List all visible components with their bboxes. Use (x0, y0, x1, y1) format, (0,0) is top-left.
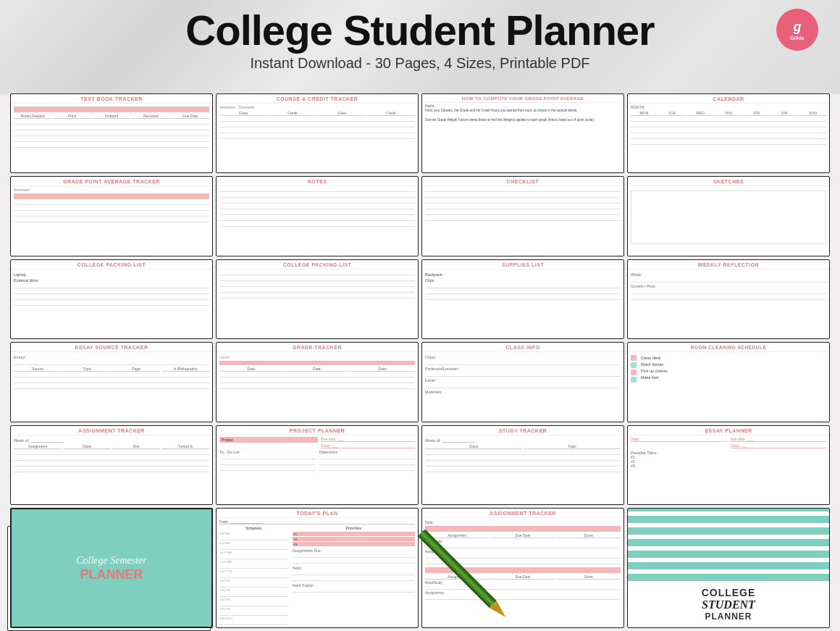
checklist-body (422, 186, 623, 255)
gpa-tracker-title: GRADE POINT AVERAGE TRACKER (11, 177, 212, 186)
titles-list: #1:#2:#3: (631, 455, 826, 468)
priorities-header: Priorities (293, 526, 416, 530)
checklist-title: CHECKLIST (422, 177, 623, 186)
read-study: Read/Study: (425, 540, 621, 543)
date-field: Date: _______________ (219, 519, 415, 525)
supplies-list-title: SUPPLIES LIST (422, 260, 623, 269)
supply-1: Backpack (425, 272, 621, 277)
topic-field: Topic: (631, 437, 727, 442)
study-tracker-title: STUDY TRACKER (422, 426, 623, 435)
time-slots: 8:00 AM 9:00 AM 10:00 AM 11:00 AM 12:00 … (219, 532, 288, 625)
supply-2: Clips (425, 278, 621, 283)
cover-teal-card: College Semester PLANNER (10, 508, 213, 628)
gpa-tracker-body: Semester: (11, 186, 212, 255)
gpa-compute-card: HOW TO COMPUTE YOUR GRADE POINT AVERAGE … (421, 93, 624, 173)
page-title: College Student Planner (0, 7, 840, 54)
notes-title: NOTES (217, 177, 418, 186)
month-label: MONTH: (631, 105, 826, 109)
week-label: Week of: _______________ (14, 438, 209, 443)
sketches-body (628, 186, 829, 255)
packing-list-2-body (217, 269, 418, 338)
col-headers: Books Needed Price Ordered Received Due … (14, 114, 209, 119)
calendar-title: CALENDAR (628, 94, 829, 104)
class-info-card: CLASS INFO Class: Professor/Lecturer: Em… (421, 342, 624, 422)
checklist-card: CHECKLIST (421, 176, 624, 256)
packing-list-2-title: COLLEGE PACKING LIST (217, 260, 418, 269)
read-study-2: Read/Study: (425, 581, 621, 585)
sketch-area (631, 191, 826, 243)
schedule-priorities: Schedule 8:00 AM 9:00 AM 10:00 AM 11:00 … (219, 526, 415, 626)
supplies-list-body: Backpack Clips (422, 269, 623, 338)
cover-teal-inner: College Semester PLANNER (12, 509, 211, 627)
packing-list-1-body: Laptop External drive (11, 269, 212, 338)
task-3: Pick up clothes (641, 369, 826, 373)
line-4 (14, 138, 209, 142)
stripes-text-area: COLLEGE Student PLANNER (628, 581, 829, 627)
gpa-tracker-card: GRADE POINT AVERAGE TRACKER Semester: (10, 176, 213, 256)
assignments-due-label: Assignments Due (293, 548, 416, 553)
stripes-planner: PLANNER (634, 611, 823, 622)
gpa-compute-title: HOW TO COMPUTE YOUR GRADE POINT AVERAGE (422, 94, 623, 103)
assignments-label-2: Assignments: (425, 591, 621, 595)
todays-plan-card: TODAY'S PLAN Date: _______________ Sched… (216, 508, 419, 628)
weekly-reflection-card: WEEKLY REFLECTION Week: Growth / Post: (627, 259, 830, 339)
weekly-reflection-body: Week: Growth / Post: (628, 269, 829, 338)
textbook-tracker-card: TEXT BOOK TRACKER Books Needed Price Ord… (10, 93, 213, 173)
project-label: Project (219, 437, 318, 443)
room-cleaning-title: ROOM CLEANING SCHEDULE (628, 343, 829, 352)
course-bar-1 (425, 526, 621, 532)
room-cleaning-body: Clean desk Wash dishes Pick up clothes M… (628, 352, 829, 421)
col-headers: Class Credit Class Credit (219, 111, 415, 116)
essay-planner-title: ESSAY PLANNER (628, 426, 829, 435)
calendar-card: CALENDAR MONTH: MON TUE WED THU FRI SAT … (627, 93, 830, 173)
essay-source-body: Essay: Source Type Page In Bibliography (11, 352, 212, 421)
color-dots (631, 354, 639, 384)
topic-col: Topic: (631, 437, 727, 448)
notes-card: NOTES (216, 176, 419, 256)
col-headers: Assignment Class Due Turned In (14, 444, 209, 449)
todays-plan-title: TODAY'S PLAN (217, 509, 418, 518)
cover-bold-text: PLANNER (80, 567, 143, 582)
semester-row: Semester: Semester: (219, 105, 415, 109)
packing-list-1-title: COLLEGE PACKING LIST (11, 260, 212, 269)
cleaning-items: Clean desk Wash dishes Pick up clothes M… (641, 354, 826, 384)
schedule-col: Schedule 8:00 AM 9:00 AM 10:00 AM 11:00 … (219, 526, 288, 626)
header: College Student Planner Instant Download… (0, 0, 840, 72)
assignment-tracker-body: Week of: _______________ Assignment Clas… (11, 435, 212, 504)
project-header-row: Project Due date: ___ Class: ___ (219, 437, 415, 448)
page-subtitle: Instant Download - 30 Pages, 4 Sizes, Pr… (0, 55, 840, 72)
calendar-body: MONTH: MON TUE WED THU FRI SAT SUN (628, 104, 829, 172)
obj-col: Objectives (319, 450, 416, 472)
due-class: Due date: ___ Class: ___ (321, 437, 415, 448)
grade-tracker-card: GRADE TRACKER Level: Date: Date: Date: (216, 342, 419, 422)
grade-tracker-title: GRADE TRACKER (217, 343, 418, 352)
assignment-tracker-title: ASSIGNMENT TRACKER (11, 426, 212, 435)
stripes-college: COLLEGE (634, 587, 823, 598)
sketches-title: SKETCHES (628, 177, 829, 186)
brand-badge: g Gillde (776, 9, 818, 51)
study-tracker-card: STUDY TRACKER Week of: _______________ C… (421, 425, 624, 505)
class-info-body: Class: Professor/Lecturer: Email: Materi… (422, 352, 623, 421)
assignment-tracker-2-title: ASSIGNMENT TRACKER (422, 509, 623, 518)
line-1 (14, 120, 209, 125)
date-cols: Date: Date: Date: (219, 367, 415, 372)
weekly-reflection-title: WEEKLY REFLECTION (628, 260, 829, 269)
pink-bar (14, 193, 209, 199)
notes-body (217, 186, 418, 255)
essay-planner-card: ESSAY PLANNER Topic: Due date: ___ Class… (627, 425, 830, 505)
grade-tracker-body: Level: Date: Date: Date: (217, 352, 418, 421)
due-class-col: Due date: ___ Class: ___ (731, 437, 827, 448)
essay-label: Essay: (14, 355, 209, 359)
week-label: Week of: _______________ (425, 438, 621, 443)
packing-list-1-card: COLLEGE PACKING LIST Laptop External dri… (10, 259, 213, 339)
project-planner-body: Project Due date: ___ Class: ___ To - Do… (217, 435, 418, 504)
cover-stripes-card: COLLEGE Student PLANNER (627, 508, 830, 628)
line-2 (14, 126, 209, 130)
packing-list-2-card: COLLEGE PACKING LIST (216, 259, 419, 339)
task-1: Clean desk (641, 356, 826, 360)
todo-col: To - Do List (219, 450, 316, 472)
line-5 (14, 143, 209, 148)
brand-icon: g (794, 20, 802, 35)
project-planner-card: PROJECT PLANNER Project Due date: ___ Cl… (216, 425, 419, 505)
col-headers: Assignment Due Date Done (425, 533, 621, 538)
